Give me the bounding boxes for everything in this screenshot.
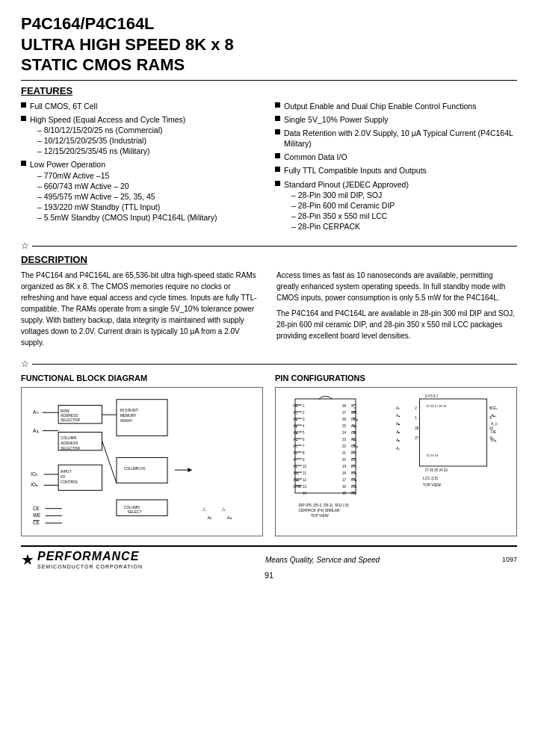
block-diagram-box: A₀ A₁ ROW ADDRESS SELECTOR 65,536-BIT ME… <box>21 387 263 536</box>
description-col2-p1: Access times as fast as 10 nanoseconds a… <box>276 270 517 303</box>
divider-line <box>32 364 517 365</box>
svg-text:20: 20 <box>342 458 347 462</box>
svg-text:A₂: A₂ <box>293 424 297 428</box>
svg-text:A₁: A₁ <box>293 418 297 421</box>
footer-tagline: Means Quality, Service and Speed <box>265 556 380 564</box>
svg-text:27: 27 <box>342 411 347 415</box>
svg-text:19: 19 <box>342 465 347 468</box>
svg-text:23: 23 <box>342 438 347 441</box>
footer-logo: ★ PERFORMANCE SEMICONDUCTOR CORPORATION <box>21 550 143 569</box>
bottom-section: FUNCTIONAL BLOCK DIAGRAM A₀ A₁ ROW ADDRE… <box>21 374 517 536</box>
feature-item-cmos: Full CMOS, 6T Cell <box>21 101 263 111</box>
star-divider-2 <box>21 359 517 369</box>
bullet-icon <box>275 116 280 121</box>
svg-text:IO₀: IO₀ <box>31 471 38 477</box>
title-line3: STATIC CMOS RAMS <box>21 55 517 75</box>
svg-text:A₁: A₁ <box>33 428 39 433</box>
feature-item-output: Output Enable and Dual Chip Enable Contr… <box>275 101 517 111</box>
svg-text:CE: CE <box>33 506 40 511</box>
page-number-row: 91 <box>21 571 517 580</box>
svg-text:Aₙ: Aₙ <box>227 516 232 521</box>
svg-text:A₀: A₀ <box>293 411 297 415</box>
svg-text:2: 2 <box>303 411 305 415</box>
svg-text:10: 10 <box>303 465 307 468</box>
svg-text:INPUT: INPUT <box>61 470 72 474</box>
svg-text:OE: OE <box>351 431 357 435</box>
svg-text:SELECT: SELECT <box>128 511 142 515</box>
svg-text:5: 5 <box>303 431 305 435</box>
bullet-icon <box>275 153 280 158</box>
functional-block-title: FUNCTIONAL BLOCK DIAGRAM <box>21 374 263 382</box>
svg-text:ADDRESS: ADDRESS <box>61 414 78 418</box>
svg-text:IO₃: IO₃ <box>351 478 356 482</box>
sub-list-item: 770mW Active –15 <box>37 170 217 181</box>
pin-config-box: NC A₀ A₁ A₂ A₃ A₄ A₅ A₆ A₇ <box>275 387 517 536</box>
power-sublist: 770mW Active –15 660/743 mW Active – 20 … <box>37 170 217 223</box>
logo-text-group: PERFORMANCE SEMICONDUCTOR CORPORATION <box>37 550 143 569</box>
svg-text:A₅: A₅ <box>396 406 400 410</box>
svg-text:15: 15 <box>342 492 347 495</box>
svg-text:A₃: A₃ <box>396 422 400 426</box>
svg-text:A₃: A₃ <box>293 431 297 435</box>
svg-text:2: 2 <box>415 406 417 410</box>
svg-text:A₅: A₅ <box>293 444 297 448</box>
page-number: 91 <box>265 571 273 580</box>
svg-text:25: 25 <box>342 424 347 428</box>
sub-list-item: 8/10/12/15/20/25 ns (Commercial) <box>37 125 185 135</box>
bullet-icon <box>275 167 280 172</box>
features-grid: Full CMOS, 6T Cell High Speed (Equal Acc… <box>21 101 517 235</box>
svg-text:16: 16 <box>342 485 347 489</box>
speed-sublist: 8/10/12/15/20/25 ns (Commercial) 10/12/1… <box>37 125 185 157</box>
svg-text:A₇: A₇ <box>293 458 297 462</box>
bullet-icon <box>275 129 280 134</box>
sub-list-item: 5.5mW Standby (CMOS Input) P4C164L (Mili… <box>37 212 217 223</box>
svg-text:IO₁: IO₁ <box>351 492 356 495</box>
svg-marker-27 <box>188 468 192 473</box>
svg-text:IO₁: IO₁ <box>31 483 38 488</box>
svg-text:1: 1 <box>415 416 417 420</box>
bullet-icon <box>275 181 280 186</box>
svg-text:12: 12 <box>303 478 307 482</box>
svg-text:SELECTOR: SELECTOR <box>61 447 81 450</box>
sub-list-item: 28-Pin CERPACK <box>291 221 409 232</box>
functional-block-col: FUNCTIONAL BLOCK DIAGRAM A₀ A₁ ROW ADDRE… <box>21 374 263 536</box>
svg-text:A₁: A₁ <box>396 439 400 442</box>
svg-text:IO₇: IO₇ <box>351 451 356 455</box>
svg-text:28: 28 <box>415 427 419 430</box>
logo-name: PERFORMANCE <box>37 550 143 563</box>
feature-item-speed: High Speed (Equal Access and Cycle Times… <box>21 114 263 157</box>
svg-text:12 13 14: 12 13 14 <box>427 453 439 457</box>
pinout-sublist: 28-Pin 300 mil DIP, SOJ 28-Pin 600 mil C… <box>291 190 409 232</box>
feature-text: High Speed (Equal Access and Cycle Times… <box>30 114 185 157</box>
svg-text:Xo₀: Xo₀ <box>293 471 299 475</box>
features-right-col: Output Enable and Dual Chip Enable Contr… <box>275 101 517 235</box>
description-grid: The P4C164 and P4C164L are 65,536-bit ul… <box>21 270 517 353</box>
svg-text:COLUMN: COLUMN <box>61 437 77 441</box>
svg-text:10: 10 <box>489 427 494 430</box>
bullet-icon <box>21 161 26 166</box>
svg-text:11: 11 <box>303 471 307 475</box>
svg-text:CE₂: CE₂ <box>351 418 358 421</box>
svg-text:IO₅: IO₅ <box>351 465 356 468</box>
svg-text:26: 26 <box>342 418 347 421</box>
bullet-icon <box>275 102 280 108</box>
footer: ★ PERFORMANCE SEMICONDUCTOR CORPORATION … <box>21 545 517 569</box>
svg-text:15 16 17 18 19: 15 16 17 18 19 <box>427 404 448 408</box>
svg-text:TOP VIEW: TOP VIEW <box>423 483 441 487</box>
feature-text: Full CMOS, 6T Cell <box>30 101 97 111</box>
star-divider <box>21 241 517 251</box>
block-diagram-svg: A₀ A₁ ROW ADDRESS SELECTOR 65,536-BIT ME… <box>26 392 258 527</box>
sub-list-item: 12/15/20/25/35/45 ns (Military) <box>37 146 185 156</box>
svg-text:SELECTOR: SELECTOR <box>61 418 81 422</box>
svg-text:ROW: ROW <box>61 410 69 414</box>
sub-list-item: 28-Pin 350 x 550 mil LCC <box>291 211 409 221</box>
svg-text:27: 27 <box>415 436 419 440</box>
svg-text:22: 22 <box>342 444 347 448</box>
bullet-icon <box>21 116 26 121</box>
svg-text:A₀: A₀ <box>33 410 39 415</box>
svg-text:24: 24 <box>342 431 347 435</box>
svg-text:8: 8 <box>303 451 305 455</box>
feature-item-power: Low Power Operation 770mW Active –15 660… <box>21 159 263 223</box>
feature-item-ttl: Fully TTL Compatible Inputs and Outputs <box>275 165 517 176</box>
description-header: DESCRIPTION <box>21 254 517 265</box>
